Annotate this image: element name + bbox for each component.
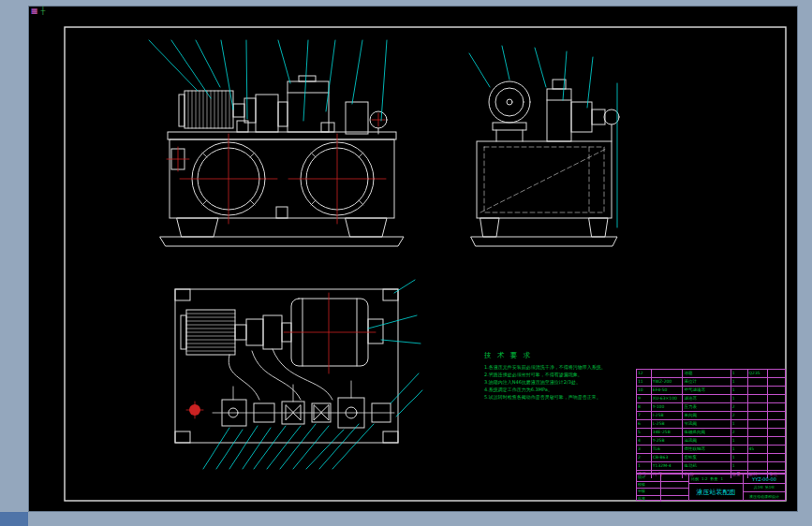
parts-cell: 2 xyxy=(637,454,652,461)
parts-cell: 单向阀 xyxy=(683,412,731,419)
note-line: 1.各液压元件安装前必须清洗干净，不得将污物带入系统。 xyxy=(484,363,645,371)
parts-cell: 2 xyxy=(731,412,748,419)
front-view xyxy=(160,76,404,246)
parts-cell: 节流阀 xyxy=(683,420,731,428)
parts-cell xyxy=(748,387,769,394)
parts-cell: 5 xyxy=(637,429,652,436)
parts-row: 2CB-B63齿轮泵1 xyxy=(637,453,785,461)
parts-cell: 溢流阀 xyxy=(683,437,731,445)
parts-cell: 1 xyxy=(731,454,748,461)
drawing-canvas[interactable]: ▦┼ xyxy=(28,6,798,512)
plan-view-leader-lines xyxy=(203,280,422,469)
parts-cell xyxy=(768,412,785,419)
parts-cell: 34E-25B xyxy=(652,429,684,436)
parts-cell xyxy=(748,420,769,428)
parts-row: 4Y-25B溢流阀1 xyxy=(637,436,785,445)
qty-value: 1 xyxy=(720,475,723,483)
parts-row: 8Y-100压力表2 xyxy=(637,402,785,411)
scale-label: 比例 xyxy=(691,475,699,483)
parts-cell: 1 xyxy=(731,378,748,386)
parts-cell: 液位计 xyxy=(683,378,731,386)
parts-row: 7I-25B单向阀2 xyxy=(637,411,785,419)
note-line: 2.管路连接处必须密封可靠，不得有渗漏现象。 xyxy=(484,371,645,378)
parts-cell: 12 xyxy=(637,370,652,377)
parts-cell: 4 xyxy=(637,437,652,445)
parts-cell: 1 xyxy=(731,437,748,445)
parts-cell: 齿轮泵 xyxy=(683,454,731,461)
parts-cell: 1 xyxy=(731,387,748,394)
parts-cell: 1 xyxy=(731,395,748,402)
plan-view xyxy=(175,289,398,443)
title-block-signatures: 设计 校核 审核 批准 xyxy=(637,475,689,500)
parts-cell: Y-25B xyxy=(652,437,684,445)
parts-cell xyxy=(748,429,769,436)
scale-value: 1:2 xyxy=(701,475,707,483)
parts-cell: 油箱 xyxy=(683,370,731,377)
organization: 液压传动课程设计 xyxy=(744,492,785,500)
parts-cell: 空气滤清器 xyxy=(683,387,731,394)
notes-title: 技 术 要 求 xyxy=(484,351,645,360)
parts-cell: 滤油器 xyxy=(683,395,731,402)
parts-cell: 1 xyxy=(731,462,748,470)
parts-cell xyxy=(768,437,785,445)
parts-cell xyxy=(748,462,769,470)
sheet-info: 共1张 第1张 xyxy=(744,484,785,491)
note-line: 4.系统调定工作压力为6.3MPa。 xyxy=(484,386,645,393)
parts-cell: I-25B xyxy=(652,412,684,419)
note-line: 3.油箱内注入N46抗磨液压油至液位计2/3处。 xyxy=(484,378,645,386)
parts-cell xyxy=(768,395,785,402)
parts-cell xyxy=(748,437,769,445)
parts-cell: 3 xyxy=(637,446,652,453)
drawing-title: 液压站装配图 xyxy=(689,484,743,500)
parts-cell: 电动机 xyxy=(683,462,731,470)
scale-row: 比例 1:2 数量 1 xyxy=(689,475,743,484)
title-block: 设计 校核 审核 批准 比例 1:2 数量 1 液压站装配图 YYZ-00-00… xyxy=(636,474,786,501)
parts-cell: Y-100 xyxy=(652,403,684,411)
parts-row: 1Y132M-4电动机1 xyxy=(637,461,785,470)
parts-cell: 7 xyxy=(637,412,652,419)
parts-cell: 2 xyxy=(731,403,748,411)
parts-row: 534E-25B电磁换向阀2 xyxy=(637,428,785,436)
parts-cell: XU-63×100 xyxy=(652,395,684,402)
qty-label: 数量 xyxy=(710,475,717,483)
title-block-center: 比例 1:2 数量 1 液压站装配图 xyxy=(689,475,744,500)
parts-cell xyxy=(768,454,785,461)
parts-cell: 11 xyxy=(637,378,652,386)
parts-cell: Q235 xyxy=(748,370,769,377)
parts-cell xyxy=(768,420,785,428)
parts-row: 9XU-63×100滤油器1 xyxy=(637,394,785,402)
drawing-number: YYZ-00-00 xyxy=(744,475,785,484)
parts-cell xyxy=(748,378,769,386)
parts-cell xyxy=(748,412,769,419)
parts-cell: 9 xyxy=(637,395,652,402)
parts-cell xyxy=(768,403,785,411)
parts-cell: 1 xyxy=(731,420,748,428)
parts-cell xyxy=(652,370,684,377)
parts-cell xyxy=(748,395,769,402)
parts-cell: 1 xyxy=(731,370,748,377)
parts-cell xyxy=(748,403,769,411)
approve-label: 批准 xyxy=(637,496,661,503)
parts-cell: 45 xyxy=(748,446,769,453)
cad-viewer-window: { "app": { "background": "#94a7bd", "can… xyxy=(0,0,812,526)
parts-cell xyxy=(748,454,769,461)
parts-cell: EF4-50 xyxy=(652,387,684,394)
parts-cell: CB-B63 xyxy=(652,454,684,461)
side-view-leader-lines xyxy=(469,46,617,227)
parts-cell: 压力表 xyxy=(683,403,731,411)
parts-row: 12油箱1Q235 xyxy=(637,370,785,377)
parts-row: 10EF4-50空气滤清器1 xyxy=(637,386,785,394)
parts-cell: 电磁换向阀 xyxy=(683,429,731,436)
parts-cell: 弹性联轴器 xyxy=(683,446,731,453)
side-view-hidden-lines xyxy=(480,147,606,212)
parts-cell xyxy=(768,378,785,386)
parts-cell xyxy=(768,446,785,453)
parts-row: 6L-25B节流阀1 xyxy=(637,419,785,428)
parts-row: 3TL6弹性联轴器145 xyxy=(637,445,785,453)
notes-lines: 1.各液压元件安装前必须清洗干净，不得将污物带入系统。2.管路连接处必须密封可靠… xyxy=(484,363,645,401)
parts-cell: 2 xyxy=(731,429,748,436)
parts-row: 11YWZ-200液位计1 xyxy=(637,377,785,386)
title-block-right: YYZ-00-00 共1张 第1张 液压传动课程设计 xyxy=(744,475,785,500)
plan-view-centerlines xyxy=(186,293,376,418)
window-corner-chip xyxy=(0,512,28,526)
